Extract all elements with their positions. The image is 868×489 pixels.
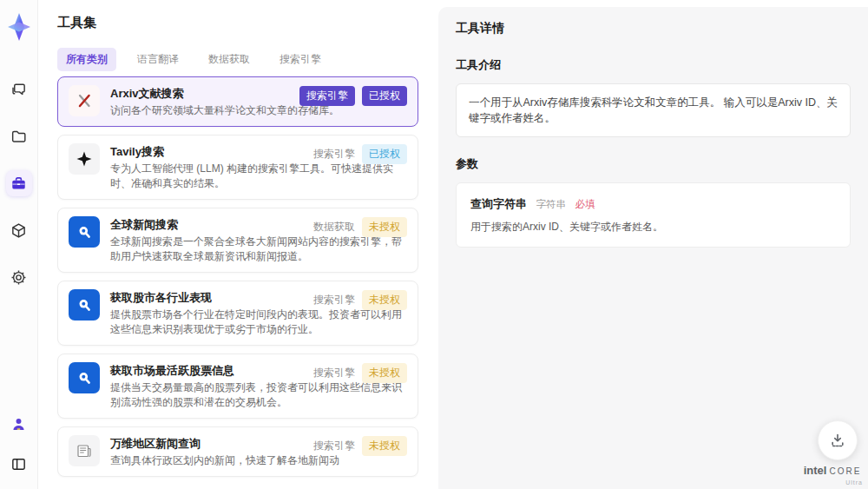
status-badge: 已授权 — [362, 144, 407, 164]
tool-card-global-news[interactable]: 全球新闻搜索 全球新闻搜索是一个聚合全球各大新闻网站内容的搜索引擎，帮助用户快速… — [57, 208, 418, 273]
tool-description: 提供股票市场各个行业在特定时间段内的表现。投资者可以利用这些信息来识别表现优于或… — [110, 307, 407, 337]
tool-card-most-active-stocks[interactable]: 获取市场最活跃股票信息 提供当天交易量最高的股票列表，投资者可以利用这些信息来识… — [57, 354, 418, 419]
download-icon — [828, 431, 847, 450]
tool-list: Arxiv文献搜索 访问各个研究领域大量科学论文和文章的存储库。 搜索引擎 已授… — [57, 76, 418, 477]
settings-icon — [10, 269, 27, 286]
status-badge: 未授权 — [362, 436, 407, 456]
category-label: 搜索引擎 — [313, 147, 355, 162]
param-description: 用于搜索的Arxiv ID、关键字或作者姓名。 — [470, 220, 836, 235]
intel-core-logo: intelCORE Ultra — [802, 464, 863, 488]
status-badge: 已授权 — [362, 86, 407, 106]
user-profile-button[interactable] — [6, 411, 32, 437]
intel-wordmark: intel — [804, 464, 827, 477]
collapse-panel-icon — [10, 456, 27, 472]
sidebar-item-toolset[interactable] — [6, 170, 32, 196]
category-tabs: 所有类别 语言翻译 数据获取 搜索引擎 — [57, 48, 330, 71]
app-gem-logo — [5, 10, 33, 43]
blue-search-app-icon — [69, 216, 100, 248]
tab-data-acquisition[interactable]: 数据获取 — [200, 48, 259, 71]
params-heading: 参数 — [456, 156, 851, 172]
tool-badges: 数据获取 未授权 — [313, 217, 407, 237]
tab-search-engine[interactable]: 搜索引擎 — [271, 48, 330, 71]
sidebar-item-chat[interactable] — [6, 76, 32, 102]
param-required-flag: 必填 — [575, 199, 595, 209]
sidebar-bottom — [6, 411, 32, 477]
category-badge: 搜索引擎 — [299, 86, 355, 106]
tool-description: 专为人工智能代理 (LLM) 构建的搜索引擎工具。可快速提供实时、准确和真实的结… — [110, 162, 407, 191]
category-label: 搜索引擎 — [313, 293, 355, 307]
briefcase-icon — [10, 175, 27, 192]
sidebar-item-files[interactable] — [6, 123, 32, 149]
sidebar-item-settings[interactable] — [6, 264, 32, 290]
tab-language-translation[interactable]: 语言翻译 — [128, 48, 187, 71]
category-label: 数据获取 — [313, 220, 355, 235]
ultra-wordmark: Ultra — [802, 477, 863, 488]
tool-card-regional-news[interactable]: 万维地区新闻查询 查询具体行政区划内的新闻，快速了解各地新闻动 搜索引擎 未授权 — [57, 426, 418, 477]
tool-badges: 搜索引擎 已授权 — [313, 144, 407, 164]
tool-card-arxiv[interactable]: Arxiv文献搜索 访问各个研究领域大量科学论文和文章的存储库。 搜索引擎 已授… — [57, 76, 418, 127]
tool-badges: 搜索引擎 未授权 — [313, 363, 407, 383]
cube-icon — [10, 222, 27, 239]
param-card: 查询字符串 字符串 必填 用于搜索的Arxiv ID、关键字或作者姓名。 — [456, 182, 851, 248]
sidebar-item-models[interactable] — [6, 217, 32, 243]
tool-intro-text: 一个用于从Arxiv存储库搜索科学论文和文章的工具。 输入可以是Arxiv ID… — [456, 83, 851, 137]
tool-card-tavily[interactable]: Tavily搜索 专为人工智能代理 (LLM) 构建的搜索引擎工具。可快速提供实… — [57, 135, 418, 200]
newspaper-icon — [69, 435, 100, 466]
core-wordmark: CORE — [829, 466, 861, 476]
app-window: 工具集 所有类别 语言翻译 数据获取 搜索引擎 Arxiv文献搜索 访问各个研究… — [0, 0, 868, 489]
toolset-panel: 工具集 所有类别 语言翻译 数据获取 搜索引擎 Arxiv文献搜索 访问各个研究… — [38, 0, 434, 489]
blue-search-app-icon — [69, 289, 100, 320]
tab-all-categories[interactable]: 所有类别 — [57, 48, 116, 71]
blue-search-app-icon — [69, 362, 100, 393]
param-name: 查询字符串 — [470, 197, 527, 210]
tool-detail-panel: 工具详情 工具介绍 一个用于从Arxiv存储库搜索科学论文和文章的工具。 输入可… — [438, 7, 868, 489]
tool-badges: 搜索引擎 未授权 — [313, 290, 407, 310]
status-badge: 未授权 — [362, 217, 407, 237]
tool-card-sector-performance[interactable]: 获取股市各行业表现 提供股票市场各个行业在特定时间段内的表现。投资者可以利用这些… — [57, 281, 418, 346]
tool-description: 提供当天交易量最高的股票列表，投资者可以利用这些信息来识别流动性强的股票和潜在的… — [110, 380, 407, 410]
status-badge: 未授权 — [362, 290, 407, 310]
detail-title: 工具详情 — [456, 21, 851, 36]
tavily-star-icon — [69, 143, 100, 175]
sidebar — [0, 0, 38, 489]
collapse-sidebar-button[interactable] — [6, 451, 32, 477]
download-button[interactable] — [818, 420, 858, 460]
status-badge: 未授权 — [362, 363, 407, 383]
param-type: 字符串 — [536, 199, 566, 209]
chat-icon — [10, 82, 27, 98]
category-label: 搜索引擎 — [313, 366, 355, 380]
tool-badges: 搜索引擎 已授权 — [299, 86, 407, 106]
tool-description: 全球新闻搜索是一个聚合全球各大新闻网站内容的搜索引擎，帮助用户快速获取全球最新资… — [110, 235, 407, 264]
tool-badges: 搜索引擎 未授权 — [313, 436, 407, 456]
param-header: 查询字符串 字符串 必填 — [470, 195, 836, 212]
user-avatar-icon — [10, 416, 27, 433]
folder-icon — [10, 129, 27, 145]
sidebar-nav — [6, 76, 32, 290]
page-title: 工具集 — [57, 15, 96, 31]
arxiv-logo-icon — [69, 85, 100, 116]
category-label: 搜索引擎 — [313, 439, 355, 453]
intro-heading: 工具介绍 — [456, 57, 851, 73]
